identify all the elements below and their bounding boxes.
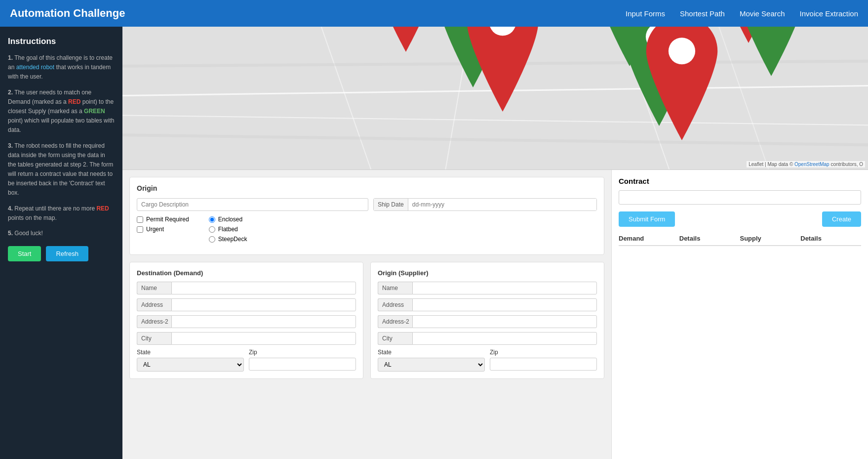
- supplier-section: Origin (Supplier) Name Address Address-2: [370, 262, 604, 379]
- origin-title: Origin: [137, 184, 597, 192]
- supp-name-input[interactable]: [412, 282, 597, 294]
- green-highlight-1: GREEN: [84, 108, 105, 115]
- contract-input[interactable]: [619, 190, 861, 205]
- dest-city-row: City: [137, 332, 356, 345]
- instruction-3: 3. The robot needs to fill the required …: [8, 141, 115, 198]
- dest-address-row: Address: [137, 298, 356, 311]
- refresh-button[interactable]: Refresh: [46, 246, 88, 261]
- leaflet-credit: Leaflet: [749, 162, 763, 167]
- supp-city-input[interactable]: [412, 332, 597, 345]
- enclosed-label: Enclosed: [218, 216, 242, 223]
- col-details2-header: Details: [800, 235, 861, 242]
- origin-row2: Permit Required Urgent Enclosed: [137, 216, 597, 243]
- dest-address2-row: Address-2: [137, 315, 356, 328]
- start-button[interactable]: Start: [8, 246, 41, 261]
- nav-invoice-extraction[interactable]: Invoice Extraction: [800, 9, 858, 18]
- sub-sections: Destination (Demand) Name Address Addres…: [129, 262, 604, 379]
- sidebar-buttons: Start Refresh: [8, 246, 115, 261]
- dest-address-input[interactable]: [171, 298, 356, 311]
- transport-radio-group: Enclosed Flatbed SteepDeck: [209, 216, 247, 243]
- content: Leaflet | Map data © OpenStreetMap contr…: [122, 27, 868, 459]
- radio-enclosed-input[interactable]: [209, 216, 215, 223]
- nav-shortest-path[interactable]: Shortest Path: [680, 9, 725, 18]
- ship-date-input[interactable]: [408, 199, 596, 210]
- supp-state-label: State: [378, 349, 485, 356]
- ship-date-wrapper: Ship Date: [373, 198, 597, 211]
- supp-city-row: City: [378, 332, 597, 345]
- submit-form-button[interactable]: Submit Form: [619, 211, 675, 227]
- dest-address2-input[interactable]: [171, 315, 356, 328]
- dest-name-row: Name: [137, 282, 356, 294]
- dest-zip-col: Zip: [249, 349, 356, 371]
- supp-address2-input[interactable]: [412, 315, 597, 328]
- flatbed-label: Flatbed: [218, 226, 238, 233]
- map-pin-green-4[interactable]: [398, 27, 868, 94]
- dest-city-input[interactable]: [171, 332, 356, 345]
- map-container: Leaflet | Map data © OpenStreetMap contr…: [122, 27, 868, 170]
- dest-zip-input[interactable]: [249, 358, 356, 371]
- radio-steepdeck-input[interactable]: [209, 236, 215, 243]
- permit-required-checkbox[interactable]: Permit Required: [137, 216, 189, 223]
- dest-state-col: State AL AK AZ AR CA: [137, 349, 244, 372]
- dest-address2-label: Address-2: [137, 315, 171, 328]
- nav: Input Forms Shortest Path Movie Search I…: [626, 9, 858, 18]
- cargo-description-input[interactable]: [137, 198, 368, 211]
- create-button[interactable]: Create: [822, 211, 861, 227]
- col-details-header: Details: [679, 235, 740, 242]
- checkbox-group: Permit Required Urgent: [137, 216, 189, 233]
- nav-input-forms[interactable]: Input Forms: [626, 9, 665, 18]
- supp-zip-input[interactable]: [490, 358, 597, 371]
- instruction-1: 1. The goal of this challenge is to crea…: [8, 53, 115, 82]
- supp-state-select[interactable]: AL AK AZ AR CA: [378, 358, 485, 372]
- destination-title: Destination (Demand): [137, 269, 356, 277]
- map-attribution: Leaflet | Map data © OpenStreetMap contr…: [747, 161, 865, 167]
- radio-flatbed[interactable]: Flatbed: [209, 226, 247, 233]
- sidebar: Instructions 1. The goal of this challen…: [0, 27, 122, 459]
- lower-content: Origin Ship Date: [122, 170, 868, 459]
- radio-flatbed-input[interactable]: [209, 226, 215, 233]
- forms-area: Origin Ship Date: [122, 170, 611, 459]
- right-buttons: Submit Form Create: [619, 211, 861, 227]
- supp-address-row: Address: [378, 298, 597, 311]
- supp-city-label: City: [378, 332, 412, 345]
- dest-zip-label: Zip: [249, 349, 356, 356]
- supplier-title: Origin (Supplier): [378, 269, 597, 277]
- steepdeck-label: SteepDeck: [218, 236, 247, 243]
- osm-link[interactable]: OpenStreetMap: [794, 162, 829, 167]
- app-title: Automation Challenge: [10, 7, 125, 20]
- col-supply-header: Supply: [740, 235, 801, 242]
- main-layout: Instructions 1. The goal of this challen…: [0, 27, 868, 459]
- dest-state-zip-row: State AL AK AZ AR CA Zip: [137, 349, 356, 372]
- urgent-checkbox[interactable]: Urgent: [137, 226, 189, 233]
- supp-address-label: Address: [378, 298, 412, 311]
- dest-name-label: Name: [137, 282, 171, 294]
- table-header: Demand Details Supply Details: [619, 235, 861, 246]
- urgent-label: Urgent: [146, 226, 164, 233]
- destination-section: Destination (Demand) Name Address Addres…: [129, 262, 363, 379]
- supp-state-col: State AL AK AZ AR CA: [378, 349, 485, 372]
- dest-address-label: Address: [137, 298, 171, 311]
- supp-address-input[interactable]: [412, 298, 597, 311]
- instruction-5: 5. Good luck!: [8, 229, 115, 238]
- nav-movie-search[interactable]: Movie Search: [740, 9, 785, 18]
- origin-section: Origin Ship Date: [129, 177, 604, 255]
- dest-state-select[interactable]: AL AK AZ AR CA: [137, 358, 244, 372]
- map-background: Leaflet | Map data © OpenStreetMap contr…: [122, 27, 868, 169]
- supp-state-zip-row: State AL AK AZ AR CA Zip: [378, 349, 597, 372]
- supp-zip-label: Zip: [490, 349, 597, 356]
- supp-address2-row: Address-2: [378, 315, 597, 328]
- sidebar-title: Instructions: [8, 37, 115, 46]
- radio-enclosed[interactable]: Enclosed: [209, 216, 247, 223]
- col-demand-header: Demand: [619, 235, 679, 242]
- supp-name-row: Name: [378, 282, 597, 294]
- radio-steepdeck[interactable]: SteepDeck: [209, 236, 247, 243]
- permit-checkbox-input[interactable]: [137, 216, 143, 223]
- contract-title: Contract: [619, 177, 861, 185]
- supp-name-label: Name: [378, 282, 412, 294]
- dest-city-label: City: [137, 332, 171, 345]
- supp-zip-col: Zip: [490, 349, 597, 371]
- dest-name-input[interactable]: [171, 282, 356, 294]
- attended-highlight: attended: [16, 64, 39, 71]
- urgent-checkbox-input[interactable]: [137, 226, 143, 233]
- dest-state-label: State: [137, 349, 244, 356]
